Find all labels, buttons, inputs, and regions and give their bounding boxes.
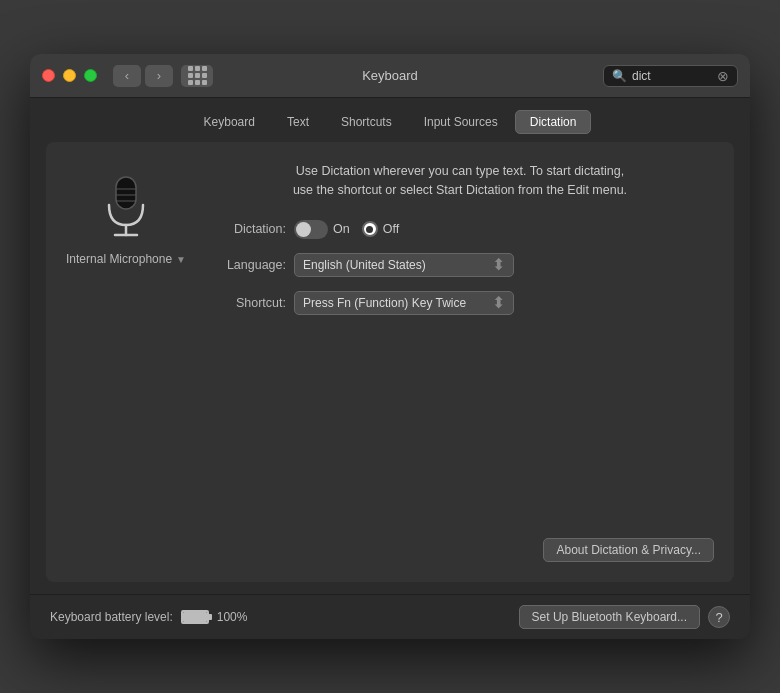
titlebar: ‹ › Keyboard 🔍 ⊗ <box>30 54 750 98</box>
chevron-updown-icon-2: ⬍ <box>492 295 505 311</box>
dictation-panel: Internal Microphone ▼ Use Dictation wher… <box>66 162 714 329</box>
tab-text[interactable]: Text <box>272 110 324 134</box>
shortcut-dropdown[interactable]: Press Fn (Function) Key Twice ⬍ <box>294 291 514 315</box>
language-dropdown[interactable]: English (United States) ⬍ <box>294 253 514 277</box>
off-label: Off <box>383 222 399 236</box>
nav-buttons: ‹ › <box>113 65 213 87</box>
battery-icon <box>181 610 209 624</box>
toggle-knob <box>296 222 311 237</box>
main-window: ‹ › Keyboard 🔍 ⊗ Keyboard Text Shortcuts… <box>30 54 750 639</box>
settings-section: Use Dictation wherever you can type text… <box>206 162 714 329</box>
dictation-field-label: Dictation: <box>206 222 286 236</box>
search-input[interactable] <box>632 69 712 83</box>
footer-buttons: Set Up Bluetooth Keyboard... ? <box>519 605 730 629</box>
battery-fill <box>183 612 207 622</box>
language-field-label: Language: <box>206 258 286 272</box>
maximize-button[interactable] <box>84 69 97 82</box>
mic-section: Internal Microphone ▼ <box>66 162 186 266</box>
language-row: Language: English (United States) ⬍ <box>206 253 714 277</box>
tab-shortcuts[interactable]: Shortcuts <box>326 110 407 134</box>
grid-icon <box>188 66 207 85</box>
chevron-down-icon: ▼ <box>176 254 186 265</box>
back-button[interactable]: ‹ <box>113 65 141 87</box>
dictation-radio-group: On Off <box>294 220 399 239</box>
toggle-switch[interactable] <box>294 220 328 239</box>
battery-label: Keyboard battery level: <box>50 610 173 624</box>
search-clear-icon[interactable]: ⊗ <box>717 69 729 83</box>
forward-button[interactable]: › <box>145 65 173 87</box>
minimize-button[interactable] <box>63 69 76 82</box>
about-dictation-button[interactable]: About Dictation & Privacy... <box>543 538 714 562</box>
shortcut-value: Press Fn (Function) Key Twice <box>303 296 466 310</box>
close-button[interactable] <box>42 69 55 82</box>
search-box[interactable]: 🔍 ⊗ <box>603 65 738 87</box>
battery-section: Keyboard battery level: 100% <box>50 610 247 624</box>
tab-dictation[interactable]: Dictation <box>515 110 592 134</box>
grid-button[interactable] <box>181 65 213 87</box>
shortcut-field-label: Shortcut: <box>206 296 286 310</box>
svg-rect-0 <box>116 177 136 209</box>
shortcut-row: Shortcut: Press Fn (Function) Key Twice … <box>206 291 714 315</box>
dictation-on-option[interactable]: On <box>294 220 350 239</box>
tab-keyboard[interactable]: Keyboard <box>189 110 270 134</box>
footer: Keyboard battery level: 100% Set Up Blue… <box>30 594 750 639</box>
radio-inner <box>366 226 373 233</box>
battery-percent: 100% <box>217 610 248 624</box>
window-title: Keyboard <box>362 68 418 83</box>
tab-input-sources[interactable]: Input Sources <box>409 110 513 134</box>
on-label: On <box>333 222 350 236</box>
setup-bluetooth-button[interactable]: Set Up Bluetooth Keyboard... <box>519 605 700 629</box>
help-button[interactable]: ? <box>708 606 730 628</box>
search-icon: 🔍 <box>612 69 627 83</box>
description-text: Use Dictation wherever you can type text… <box>206 162 714 200</box>
content-area: Internal Microphone ▼ Use Dictation wher… <box>46 142 734 582</box>
microphone-icon <box>91 172 161 242</box>
off-radio-button[interactable] <box>362 221 378 237</box>
microphone-label[interactable]: Internal Microphone ▼ <box>66 252 186 266</box>
language-value: English (United States) <box>303 258 426 272</box>
traffic-lights <box>42 69 97 82</box>
tabs-bar: Keyboard Text Shortcuts Input Sources Di… <box>30 98 750 142</box>
dictation-toggle-row: Dictation: On Off <box>206 220 714 239</box>
dictation-off-option[interactable]: Off <box>362 221 399 237</box>
chevron-updown-icon: ⬍ <box>492 257 505 273</box>
